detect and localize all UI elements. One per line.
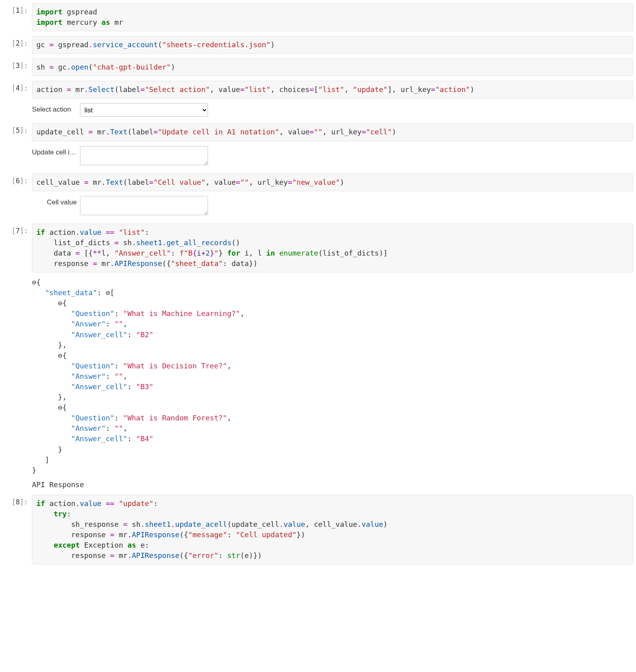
notebook-cell-3: [3]: sh = gc.open("chat-gpt-builder") bbox=[3, 58, 633, 76]
collapse-toggle-icon[interactable]: ⊖ bbox=[106, 288, 110, 298]
widget-label: Select action bbox=[32, 103, 80, 114]
notebook-cell-8: [8]: if action.value == "update": try: s… bbox=[3, 495, 633, 565]
cell-prompt: [5]: bbox=[3, 123, 32, 141]
api-response-label: API Response bbox=[32, 480, 633, 490]
update-cell-textarea[interactable] bbox=[80, 146, 208, 165]
cell-value-textarea[interactable] bbox=[80, 196, 208, 215]
cell-prompt: [6]: bbox=[3, 174, 32, 191]
cell-prompt: [2]: bbox=[3, 36, 32, 54]
collapse-toggle-icon[interactable]: ⊖ bbox=[58, 298, 62, 308]
select-action-dropdown[interactable]: list update bbox=[80, 103, 208, 117]
notebook-cell-4: [4]: action = mr.Select(label="Select ac… bbox=[3, 81, 633, 98]
code-input[interactable]: cell_value = mr.Text(label="Cell value",… bbox=[32, 174, 633, 191]
code-input[interactable]: gc = gspread.service_account("sheets-cre… bbox=[32, 36, 633, 54]
json-tree[interactable]: ⊖{ "sheet_data": ⊖[ ⊖{ "Question": "What… bbox=[32, 277, 633, 476]
cell-prompt: [4]: bbox=[3, 81, 32, 98]
code-input[interactable]: update_cell = mr.Text(label="Update cell… bbox=[32, 123, 633, 141]
widget-label: Cell value bbox=[32, 196, 80, 206]
widget-label: Update cell i… bbox=[32, 146, 80, 156]
code-input[interactable]: sh = gc.open("chat-gpt-builder") bbox=[32, 58, 633, 76]
code-input[interactable]: action = mr.Select(label="Select action"… bbox=[32, 81, 633, 98]
cell-7-output: ⊖{ "sheet_data": ⊖[ ⊖{ "Question": "What… bbox=[32, 277, 633, 490]
widget-select-action: Select action list update bbox=[32, 103, 633, 117]
notebook-cell-6: [6]: cell_value = mr.Text(label="Cell va… bbox=[3, 174, 633, 191]
notebook-cell-7: [7]: if action.value == "list": list_of_… bbox=[3, 224, 633, 272]
collapse-toggle-icon[interactable]: ⊖ bbox=[58, 350, 62, 361]
code-input[interactable]: import gspread import mercury as mr bbox=[32, 3, 633, 31]
cell-prompt: [7]: bbox=[3, 224, 32, 272]
collapse-toggle-icon[interactable]: ⊖ bbox=[58, 402, 62, 413]
cell-prompt: [1]: bbox=[3, 3, 32, 31]
widget-update-cell: Update cell i… bbox=[32, 146, 633, 167]
code-input[interactable]: if action.value == "list": list_of_dicts… bbox=[32, 224, 633, 272]
notebook-cell-1: [1]: import gspread import mercury as mr bbox=[3, 3, 633, 31]
code-input[interactable]: if action.value == "update": try: sh_res… bbox=[32, 495, 633, 565]
collapse-toggle-icon[interactable]: ⊖ bbox=[32, 277, 36, 288]
notebook-cell-2: [2]: gc = gspread.service_account("sheet… bbox=[3, 36, 633, 54]
notebook-cell-5: [5]: update_cell = mr.Text(label="Update… bbox=[3, 123, 633, 141]
cell-prompt: [3]: bbox=[3, 58, 32, 76]
cell-prompt: [8]: bbox=[3, 495, 32, 565]
widget-cell-value: Cell value bbox=[32, 196, 633, 217]
